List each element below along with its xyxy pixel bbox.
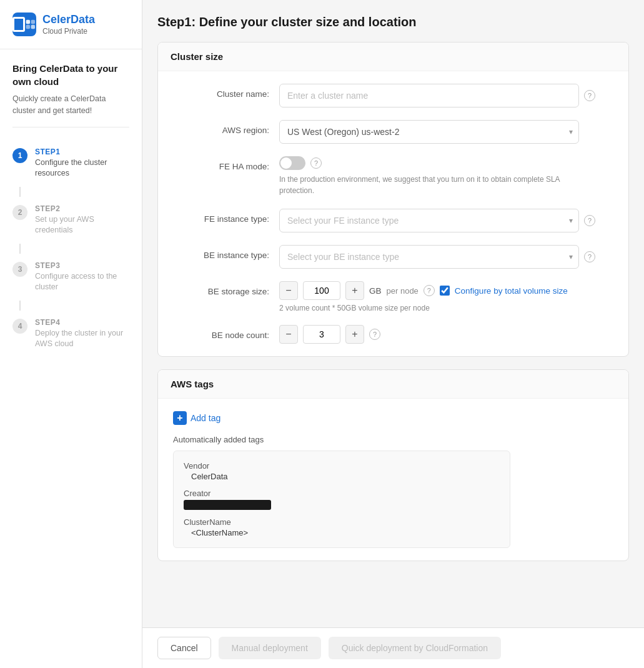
svg-rect-1 bbox=[31, 20, 35, 24]
add-tag-label: Add tag bbox=[191, 413, 220, 423]
be-node-increment-button[interactable]: + bbox=[345, 325, 364, 344]
step-connector-1 bbox=[19, 187, 21, 197]
step1-label: STEP1 bbox=[35, 147, 129, 156]
storage-note: 2 volume count * 50GB volume size per no… bbox=[279, 304, 568, 312]
sidebar-item-step1[interactable]: 1 STEP1 Configure the cluster resources bbox=[0, 140, 142, 187]
be-storage-increment-button[interactable]: + bbox=[345, 281, 364, 300]
cluster-name-row: Cluster name: ? bbox=[173, 84, 613, 107]
fe-instance-row: FE instance type: Select your FE instanc… bbox=[173, 209, 613, 232]
tag-creator-key: Creator bbox=[184, 489, 500, 498]
tag-vendor: Vendor CelerData bbox=[184, 461, 500, 481]
main-content: Step1: Define your cluster size and loca… bbox=[142, 0, 644, 668]
sidebar-item-step4[interactable]: 4 STEP4 Deploy the cluster in your AWS c… bbox=[0, 311, 142, 357]
fe-ha-help-icon[interactable]: ? bbox=[310, 157, 322, 169]
tag-vendor-key: Vendor bbox=[184, 461, 500, 471]
svg-rect-3 bbox=[31, 25, 35, 29]
be-storage-decrement-button[interactable]: − bbox=[279, 281, 298, 300]
be-node-help-icon[interactable]: ? bbox=[369, 329, 380, 340]
logo-area: CelerData Cloud Private bbox=[0, 12, 142, 49]
sidebar-subtext: Quickly create a CelerData cluster and g… bbox=[12, 93, 129, 117]
fe-instance-label: FE instance type: bbox=[173, 209, 279, 224]
quick-deployment-button[interactable]: Quick deployment by CloudFormation bbox=[329, 637, 501, 659]
be-storage-row: BE storage size: − + GB per node ? Confi… bbox=[173, 281, 613, 312]
step4-label: STEP4 bbox=[35, 318, 129, 327]
be-storage-help-icon[interactable]: ? bbox=[424, 285, 435, 296]
fe-instance-help-icon[interactable]: ? bbox=[584, 215, 595, 226]
add-tag-plus-icon: + bbox=[173, 411, 187, 425]
aws-tags-body: + Add tag Automatically added tags Vendo… bbox=[158, 399, 628, 561]
tag-creator-value bbox=[184, 500, 271, 510]
fe-ha-row: FE HA mode: ? In the production environm… bbox=[173, 156, 613, 196]
tag-clustername-value: <ClusterName> bbox=[184, 528, 500, 537]
step2-number: 2 bbox=[12, 205, 27, 220]
cancel-button[interactable]: Cancel bbox=[157, 637, 211, 659]
aws-region-label: AWS region: bbox=[173, 120, 279, 135]
fe-ha-label: FE HA mode: bbox=[173, 156, 279, 171]
tag-clustername-key: ClusterName bbox=[184, 517, 500, 527]
be-instance-label: BE instance type: bbox=[173, 245, 279, 260]
step3-number: 3 bbox=[12, 262, 27, 277]
aws-tags-section: AWS tags + Add tag Automatically added t… bbox=[157, 369, 629, 561]
tag-clustername: ClusterName <ClusterName> bbox=[184, 517, 500, 537]
be-instance-row: BE instance type: Select your BE instanc… bbox=[173, 245, 613, 269]
cluster-size-header: Cluster size bbox=[158, 42, 628, 71]
fe-ha-toggle[interactable] bbox=[279, 156, 305, 170]
be-storage-input[interactable] bbox=[303, 281, 340, 300]
step4-desc: Deploy the cluster in your AWS cloud bbox=[35, 328, 129, 350]
be-storage-unit: GB bbox=[369, 286, 382, 296]
be-node-row: BE node count: − + ? bbox=[173, 325, 613, 344]
tags-box: Vendor CelerData Creator ClusterName <Cl… bbox=[173, 451, 510, 548]
tag-creator: Creator bbox=[184, 489, 500, 510]
steps-list: 1 STEP1 Configure the cluster resources … bbox=[0, 127, 142, 370]
sidebar-heading: Bring CelerData to your own cloud bbox=[12, 62, 129, 88]
tag-vendor-value: CelerData bbox=[184, 472, 500, 481]
sidebar-item-step3[interactable]: 3 STEP3 Configure access to the cluster bbox=[0, 254, 142, 301]
sidebar: CelerData Cloud Private Bring CelerData … bbox=[0, 0, 142, 668]
logo-title: CelerData bbox=[42, 13, 95, 27]
step1-desc: Configure the cluster resources bbox=[35, 157, 129, 179]
cluster-size-section: Cluster size Cluster name: ? AWS region:… bbox=[157, 42, 629, 357]
cluster-name-input[interactable] bbox=[279, 84, 579, 107]
be-storage-label: BE storage size: bbox=[173, 281, 279, 296]
be-node-decrement-button[interactable]: − bbox=[279, 325, 298, 344]
step-connector-2 bbox=[19, 244, 21, 254]
logo-icon bbox=[12, 12, 36, 36]
sidebar-item-step2[interactable]: 2 STEP2 Set up your AWS credentials bbox=[0, 197, 142, 244]
step3-label: STEP3 bbox=[35, 261, 129, 270]
be-instance-select[interactable]: Select your BE instance type bbox=[279, 245, 579, 269]
step2-desc: Set up your AWS credentials bbox=[35, 214, 129, 236]
cluster-name-help-icon[interactable]: ? bbox=[584, 90, 595, 101]
auto-tags-label: Automatically added tags bbox=[173, 435, 613, 444]
aws-region-select[interactable]: US West (Oregon) us-west-2 bbox=[279, 120, 579, 144]
step2-label: STEP2 bbox=[35, 204, 129, 213]
add-tag-button[interactable]: + Add tag bbox=[173, 411, 613, 425]
be-node-label: BE node count: bbox=[173, 325, 279, 340]
cluster-name-label: Cluster name: bbox=[173, 84, 279, 99]
sidebar-description: Bring CelerData to your own cloud Quickl… bbox=[0, 49, 142, 127]
step-connector-3 bbox=[19, 301, 21, 311]
step3-desc: Configure access to the cluster bbox=[35, 271, 129, 293]
fe-ha-note: In the production environment, we sugges… bbox=[279, 174, 579, 196]
be-instance-help-icon[interactable]: ? bbox=[584, 251, 595, 262]
step1-number: 1 bbox=[12, 148, 27, 163]
fe-instance-select[interactable]: Select your FE instance type bbox=[279, 209, 579, 232]
logo-subtitle: Cloud Private bbox=[42, 27, 95, 36]
configure-volume-checkbox[interactable] bbox=[440, 286, 450, 296]
be-node-input[interactable] bbox=[303, 325, 340, 344]
page-title: Step1: Define your cluster size and loca… bbox=[157, 15, 629, 29]
svg-rect-0 bbox=[26, 20, 30, 24]
footer-bar: Cancel Manual deployment Quick deploymen… bbox=[142, 627, 644, 668]
svg-rect-2 bbox=[26, 25, 30, 29]
aws-tags-header: AWS tags bbox=[158, 370, 628, 399]
cluster-size-body: Cluster name: ? AWS region: US West (Ore… bbox=[158, 71, 628, 356]
configure-volume-link[interactable]: Configure by total volume size bbox=[455, 286, 568, 296]
step4-number: 4 bbox=[12, 319, 27, 334]
aws-region-row: AWS region: US West (Oregon) us-west-2 ▾ bbox=[173, 120, 613, 144]
manual-deployment-button[interactable]: Manual deployment bbox=[219, 637, 321, 659]
be-storage-per-node: per node bbox=[387, 286, 419, 296]
